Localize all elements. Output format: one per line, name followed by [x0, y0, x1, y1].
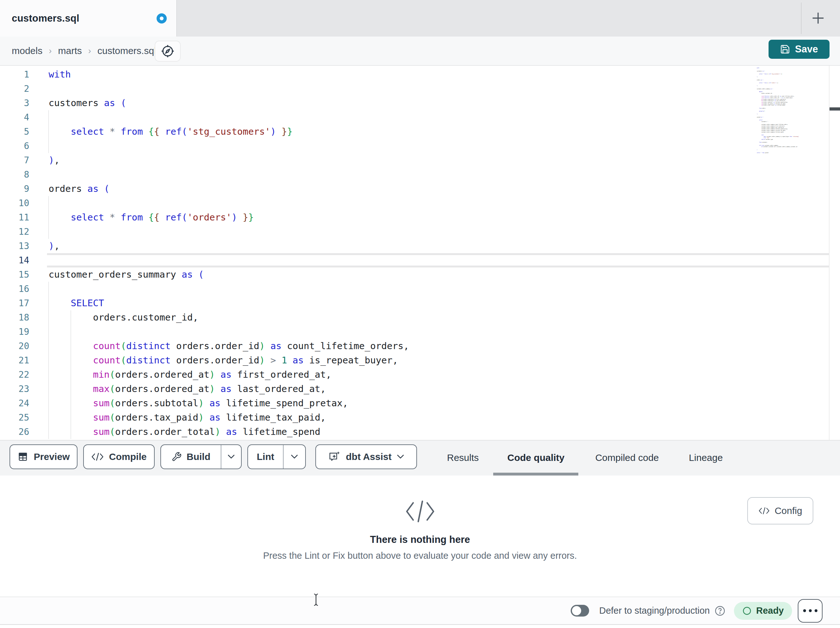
build-button[interactable]: Build [161, 445, 221, 468]
new-tab-button[interactable] [808, 8, 829, 28]
code-line[interactable] [0, 82, 829, 96]
defer-label: Defer to staging/production [599, 606, 710, 616]
code-line[interactable]: sum(orders.subtotal) as lifetime_spend_p… [0, 396, 829, 410]
ready-circle-icon [742, 606, 752, 615]
code-line[interactable] [0, 325, 829, 339]
editor-toolbar: Preview Compile Build [0, 440, 840, 476]
tab-results-label: Results [447, 452, 478, 463]
empty-state: There is nothing here Press the Lint or … [0, 476, 840, 561]
breadcrumb-separator: › [88, 46, 91, 56]
code-line[interactable] [0, 282, 829, 296]
compile-button[interactable]: Compile [83, 445, 155, 469]
save-button[interactable]: Save [769, 40, 829, 59]
code-line[interactable] [0, 110, 829, 125]
lint-split-button: Lint [247, 445, 306, 469]
code-line[interactable]: max(orders.ordered_at) as last_ordered_a… [0, 382, 829, 396]
code-line[interactable]: count(distinct orders.order_id) as count… [0, 339, 829, 353]
config-button[interactable]: Config [747, 497, 813, 524]
status-badge-ready: Ready [734, 602, 792, 620]
active-tab-underline [493, 473, 578, 476]
config-label: Config [775, 505, 802, 516]
defer-toggle[interactable] [571, 605, 589, 617]
chevron-down-icon [397, 454, 404, 459]
code-line[interactable]: with [0, 67, 829, 82]
breadcrumb-models[interactable]: models [12, 46, 43, 56]
dot [803, 609, 806, 612]
ready-label: Ready [756, 606, 784, 616]
code-line[interactable]: ), [0, 239, 829, 253]
breadcrumb: models › marts › customers.sql [12, 36, 156, 65]
plus-icon [811, 11, 826, 25]
save-label: Save [795, 44, 818, 55]
code-line[interactable]: customers as ( [0, 96, 829, 110]
code-line[interactable]: sum(orders.tax_paid) as lifetime_tax_pai… [0, 410, 829, 425]
empty-state-subtitle: Press the Lint or Fix button above to ev… [0, 550, 840, 561]
build-label: Build [187, 451, 210, 462]
breadcrumb-row: models › marts › customers.sql Save [0, 36, 840, 66]
table-icon [17, 451, 28, 462]
build-split-button: Build [160, 445, 242, 469]
unsaved-indicator-dot [156, 13, 167, 24]
tab-code-quality-label: Code quality [507, 452, 564, 463]
minimap[interactable]: withcustomers as ( select * from {{ ref(… [757, 67, 829, 163]
more-options-button[interactable] [798, 599, 823, 623]
empty-state-title: There is nothing here [0, 534, 840, 546]
code-line[interactable]: min(orders.ordered_at) as first_ordered_… [0, 367, 829, 382]
code-line[interactable] [0, 253, 829, 267]
assist-sparkle-chat-icon [328, 451, 341, 463]
code-quality-panel: There is nothing here Press the Lint or … [0, 476, 840, 596]
code-icon [758, 507, 770, 515]
tab-bar: customers.sql [0, 0, 840, 36]
code-icon [91, 452, 104, 461]
tab-compiled-code[interactable]: Compiled code [591, 441, 663, 475]
code-line[interactable] [0, 139, 829, 153]
tabbar-divider [801, 3, 802, 34]
dot [809, 609, 812, 612]
tab-lineage[interactable]: Lineage [686, 441, 726, 475]
ibeam-cursor [313, 593, 319, 607]
build-dropdown-button[interactable] [221, 445, 241, 468]
status-bar: Defer to staging/production Ready [0, 596, 840, 625]
code-line[interactable] [0, 168, 829, 182]
dot [815, 609, 818, 612]
code-line[interactable]: ), [0, 153, 829, 168]
preview-label: Preview [34, 451, 69, 462]
code-line[interactable]: select * from {{ ref('orders') }} [0, 210, 829, 225]
tab-code-quality[interactable]: Code quality [496, 441, 576, 475]
tab-lineage-label: Lineage [689, 452, 723, 463]
tab-customers-sql[interactable]: customers.sql [0, 0, 177, 36]
preview-button[interactable]: Preview [9, 445, 77, 469]
tab-compiled-code-label: Compiled code [595, 452, 658, 463]
code-editor[interactable]: 1234567891011121314151617181920212223242… [0, 66, 840, 440]
code-line[interactable]: select * from {{ ref('stg_customers') }} [0, 125, 829, 139]
lint-label: Lint [257, 451, 275, 462]
dbt-assist-button[interactable]: dbt Assist [315, 445, 417, 469]
navigate-to-node-button[interactable] [155, 41, 181, 62]
wrench-icon [172, 452, 182, 462]
compile-label: Compile [109, 451, 147, 462]
code-line[interactable] [0, 196, 829, 210]
code-line[interactable]: sum(orders.order_total) as lifetime_spen… [0, 425, 829, 439]
code-line[interactable]: customer_orders_summary as ( [0, 267, 829, 282]
lint-button[interactable]: Lint [248, 445, 283, 468]
code-line[interactable]: orders as ( [0, 182, 829, 196]
code-line[interactable]: count(distinct orders.order_id) > 1 as i… [0, 353, 829, 367]
assist-label: dbt Assist [346, 451, 392, 462]
code-line[interactable]: orders.customer_id, [0, 310, 829, 325]
breadcrumb-file[interactable]: customers.sql [98, 46, 156, 56]
scrollbar-thumb[interactable] [829, 108, 840, 111]
help-icon[interactable] [714, 605, 726, 617]
toggle-knob [572, 606, 581, 615]
breadcrumb-separator: › [49, 46, 52, 56]
editor-right-divider [829, 66, 829, 440]
tab-results[interactable]: Results [443, 441, 483, 475]
code-line[interactable]: SELECT [0, 296, 829, 310]
tab-title: customers.sql [12, 13, 79, 24]
code-line[interactable] [0, 225, 829, 239]
compass-icon [161, 44, 175, 58]
lint-dropdown-button[interactable] [283, 445, 305, 468]
chevron-down-icon [227, 454, 235, 459]
chevron-down-icon [291, 454, 298, 459]
save-icon [780, 44, 790, 54]
breadcrumb-marts[interactable]: marts [58, 46, 82, 56]
